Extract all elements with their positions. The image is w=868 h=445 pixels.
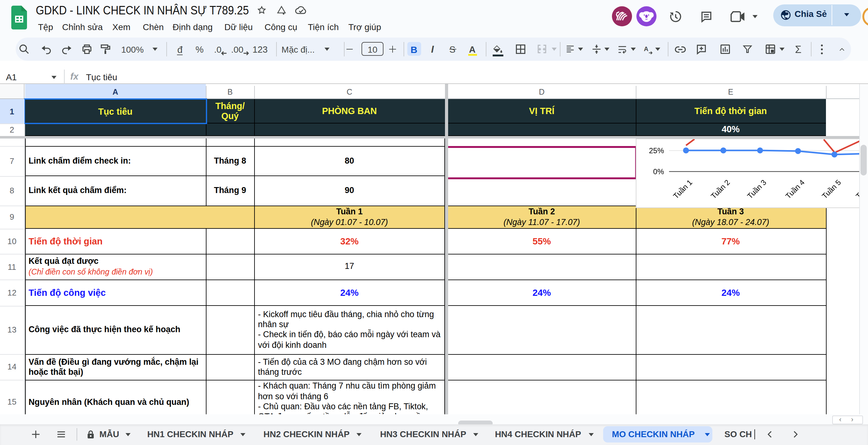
svg-text:A: A (644, 45, 648, 52)
svg-text:0%: 0% (653, 167, 664, 175)
svg-text:25%: 25% (649, 146, 664, 155)
